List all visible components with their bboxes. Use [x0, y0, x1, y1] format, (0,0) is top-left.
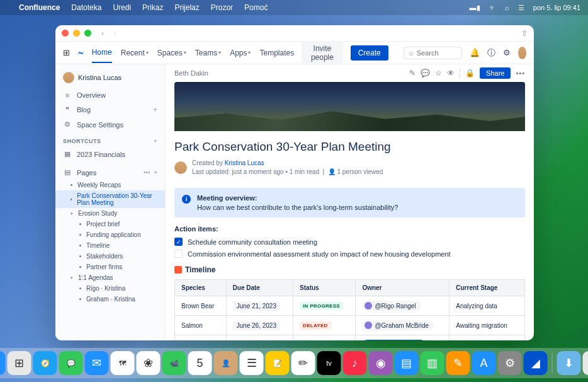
add-shortcut-button[interactable]: + — [154, 138, 157, 144]
settings-icon[interactable]: ⚙ — [503, 48, 511, 57]
battery-icon[interactable]: ▬▮ — [470, 4, 480, 12]
nav-home[interactable]: Home — [92, 43, 112, 63]
more-actions-button[interactable]: ••• — [516, 69, 525, 77]
menubar-item[interactable]: Prijelaz — [174, 3, 199, 12]
tree-item[interactable]: Partner firms — [55, 262, 165, 272]
dock-notes[interactable]: 📝 — [266, 351, 290, 375]
nav-recent[interactable]: Recent ▾ — [121, 43, 149, 63]
user-mention[interactable]: @Rigo Rangel — [362, 301, 421, 311]
dock-freeform[interactable]: ✏ — [291, 351, 315, 375]
star-icon[interactable]: ☆ — [435, 69, 442, 78]
tree-item[interactable]: Timeline — [55, 240, 165, 251]
dock-reminders[interactable]: ☰ — [240, 351, 264, 375]
pages-root[interactable]: ▤ Pages ••• + — [55, 165, 165, 180]
share-button[interactable]: Share — [480, 67, 511, 79]
invite-people-button[interactable]: Invite people — [302, 41, 343, 65]
edit-icon[interactable]: ✎ — [409, 69, 416, 78]
search-box[interactable]: ⌕ — [404, 47, 462, 59]
dock-tv[interactable]: tv — [317, 351, 341, 375]
macos-dock: ☺⊞🧭💬✉🗺❀📹5👤☰📝✏tv♪◉▤▥✎A⚙◢ ⬇🗑 — [0, 348, 588, 378]
notifications-icon[interactable]: 🔔 — [470, 48, 480, 57]
window-close-button[interactable] — [62, 30, 69, 37]
menubar-datetime[interactable]: pon 5. lip 09:41 — [533, 4, 580, 11]
app-switcher-icon[interactable]: ⊞ — [63, 48, 70, 57]
nav-apps[interactable]: Apps ▾ — [230, 43, 251, 63]
nav-back-button[interactable]: ‹ — [101, 29, 104, 38]
space-owner[interactable]: Kristina Lucas — [55, 69, 165, 88]
sidebar-overview[interactable]: ≡Overview — [55, 88, 165, 102]
menubar-item[interactable]: Pomoć — [244, 3, 268, 12]
dock-appstore[interactable]: A — [472, 351, 496, 375]
chevron-down-icon: ▾ — [184, 50, 186, 55]
dock-settings[interactable]: ⚙ — [498, 351, 522, 375]
menubar-item[interactable]: Datoteka — [71, 3, 101, 12]
tree-toggle-icon[interactable]: ▾ — [71, 275, 76, 281]
tree-item[interactable]: Stakeholders — [55, 251, 165, 262]
menubar-item[interactable]: Prikaz — [142, 3, 163, 12]
tree-item[interactable]: Park Conservation 30-Year Plan Meeting — [55, 190, 165, 208]
dock-finder[interactable]: ☺ — [0, 351, 6, 375]
dock-maps[interactable]: 🗺 — [111, 351, 135, 375]
confluence-logo-icon[interactable] — [77, 48, 84, 58]
comment-icon[interactable]: 💬 — [421, 69, 430, 78]
confluence-window: ‹ › ⇧ ⊞ HomeRecent ▾Spaces ▾Teams ▾Apps … — [55, 25, 534, 340]
tree-item[interactable]: Rigo · Kristina — [55, 283, 165, 294]
info-panel-body: How can we best contribute to the park's… — [197, 204, 398, 211]
tree-item[interactable]: Project brief — [55, 219, 165, 229]
restrictions-icon[interactable]: 🔒 — [465, 69, 475, 78]
dock-downloads[interactable]: ⬇ — [557, 351, 581, 375]
watch-icon[interactable]: 👁 — [447, 69, 455, 78]
dock-safari[interactable]: 🧭 — [33, 351, 57, 375]
wifi-icon[interactable]: ᯤ — [489, 4, 496, 11]
add-button[interactable]: + — [153, 105, 157, 114]
nav-teams[interactable]: Teams ▾ — [195, 43, 221, 63]
author-avatar[interactable] — [174, 161, 187, 174]
dock-contacts[interactable]: 👤 — [214, 351, 238, 375]
tree-toggle-icon[interactable]: ▾ — [71, 211, 76, 216]
window-maximize-button[interactable] — [84, 30, 91, 37]
dock-facetime[interactable]: 📹 — [162, 351, 186, 375]
sidebar-blog[interactable]: ❞Blog+ — [55, 102, 165, 117]
profile-avatar[interactable] — [518, 47, 526, 59]
tree-item[interactable]: Graham · Kristina — [55, 294, 165, 304]
menubar-item[interactable]: Prozor — [211, 3, 233, 12]
tree-item[interactable]: Weekly Recaps — [55, 180, 165, 190]
menubar-app-name[interactable]: Confluence — [19, 3, 60, 12]
dock-podcasts[interactable]: ◉ — [369, 351, 393, 375]
control-center-icon[interactable]: ☰ — [518, 4, 524, 12]
dock-numbers[interactable]: ▥ — [421, 351, 444, 375]
dock-keynote[interactable]: ▤ — [395, 351, 419, 375]
create-button[interactable]: Create — [351, 45, 388, 61]
dock-music[interactable]: ♪ — [343, 351, 367, 375]
shortcut-item[interactable]: ▦ 2023 Financials — [55, 147, 165, 161]
author-link[interactable]: Kristina Lucas — [225, 159, 264, 166]
pages-more-icon[interactable]: ••• + — [144, 169, 157, 176]
dock-photos[interactable]: ❀ — [137, 351, 161, 375]
nav-forward-button[interactable]: › — [114, 29, 116, 38]
nav-spaces[interactable]: Spaces ▾ — [157, 43, 186, 63]
action-checkbox[interactable] — [174, 250, 183, 258]
user-mention[interactable]: @Graham McBride — [362, 320, 434, 330]
action-checkbox[interactable]: ✓ — [174, 238, 183, 246]
search-input[interactable] — [417, 49, 456, 57]
dock-trash[interactable]: 🗑 — [583, 351, 589, 375]
nav-templates[interactable]: Templates — [259, 43, 294, 63]
user-mention[interactable]: @Kristina Lucas — [362, 340, 426, 340]
dock-confluence[interactable]: ◢ — [524, 351, 548, 375]
dock-mail[interactable]: ✉ — [85, 351, 109, 375]
dock-launchpad[interactable]: ⊞ — [8, 351, 31, 375]
tree-item[interactable]: ▾1:1 Agendas — [55, 272, 165, 283]
action-items-header: Action items: — [174, 225, 525, 233]
sidebar-space-settings[interactable]: ⚙Space Settings — [55, 117, 165, 132]
breadcrumb-author[interactable]: Beth Dakin — [174, 69, 208, 77]
menubar-item[interactable]: Uredi — [113, 3, 131, 12]
window-minimize-button[interactable] — [73, 30, 80, 37]
spotlight-icon[interactable]: ⌕ — [505, 4, 509, 11]
tree-item[interactable]: ▾Erosion Study — [55, 208, 165, 219]
help-icon[interactable]: ⓘ — [487, 47, 495, 59]
tree-item[interactable]: Funding application — [55, 229, 165, 240]
dock-calendar[interactable]: 5 — [188, 351, 212, 375]
dock-pages[interactable]: ✎ — [446, 351, 470, 375]
macos-share-icon[interactable]: ⇧ — [521, 29, 528, 38]
dock-messages[interactable]: 💬 — [59, 351, 83, 375]
